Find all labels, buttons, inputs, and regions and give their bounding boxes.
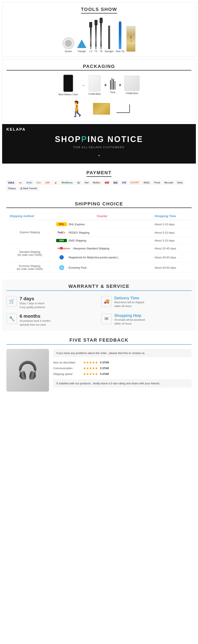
tape-gold-img: [93, 103, 110, 115]
pay-mastercard-icon: ●●: [17, 181, 23, 185]
pay-amex-icon: AmEx: [25, 181, 34, 185]
registered-row: 🔵 Registered Air Mail(china post/e packe…: [53, 252, 151, 262]
shipping-table-header-row: Shipping method Courier Shopping Time: [6, 212, 192, 220]
triangle-label: Triangle: [78, 50, 86, 52]
feedback-content: 🎧 if you have any problems about the ord…: [6, 349, 192, 392]
item-stars: ★★★★★: [83, 360, 98, 364]
spudger-label: Spudger: [105, 50, 114, 52]
ems-logo: EMS: [56, 239, 67, 242]
tool-12: 1.2: [89, 22, 93, 52]
feedback-row-item: Item as described : ★★★★★ 5 STAR: [53, 360, 192, 364]
plus1: +: [104, 82, 107, 88]
payment-icons-container: VISA ●● AmEx Disc QIW 💰 WebMoney Ep Нал …: [6, 180, 192, 190]
shopping-help-title: Shopping Help: [114, 314, 145, 318]
feedback-row-item: Communication : ★★★★★ 5 STAR: [53, 366, 192, 370]
months-number: 6 months: [20, 314, 50, 319]
notice-title-part1: SHOP: [55, 135, 81, 144]
table-row: Express Shipping DHL DHL Express About 3…: [6, 220, 192, 228]
pkg-corner-arrow: [116, 104, 130, 113]
feedback-closing: If satisfied with our products , kindly …: [53, 379, 192, 388]
months-desc: All products have 6 monthswarranty from …: [20, 319, 50, 327]
pay-wallet-icon: 💰: [52, 181, 59, 185]
col-courier: Courier: [53, 212, 151, 220]
days-desc: Enjoy 7 days to returnif any quality pro…: [20, 302, 45, 309]
email-icon: ✉: [101, 314, 112, 324]
economy-method-cell: Economy Shipping(for order under USD5): [6, 262, 53, 273]
shopping-notice-section: KELAPA SHOPPING NOTICE FOR ALL KELAPA CU…: [2, 124, 196, 164]
shipping-title: SHIPPING CHOICE: [6, 201, 192, 208]
pay-mercado-icon: Mercado: [163, 181, 175, 185]
notice-main-title: SHOPPING NOTICE: [6, 135, 192, 144]
tools-show-section: TOOLS SHOW Sucker Triangle 1.2: [2, 2, 196, 57]
pkg-phone: Back Battery Case: [59, 75, 78, 96]
warranty-help-text: Shopping Help All emails will be answere…: [114, 314, 145, 326]
tool-sucker: Sucker: [63, 37, 74, 52]
dhl-logo: DHL: [56, 222, 67, 226]
tool-t6-label: T6: [100, 50, 102, 52]
warranty-title: WARRANTY & SERVICE: [6, 284, 192, 291]
warranty-6months-text: 6 months All products have 6 monthswarra…: [20, 314, 50, 327]
pay-privat-icon: Privat: [153, 181, 162, 185]
glue-tip-label: Glue Tip: [116, 50, 124, 52]
shipping-badge: 5 STAR: [100, 372, 109, 376]
fedex-row: FedEx FEDEX Shipping: [53, 228, 151, 237]
shipping-table: Shipping method Courier Shopping Time Ex…: [6, 212, 192, 273]
shipping-speed-label: Shipping speed :: [53, 372, 81, 376]
payment-section: PAYMENT VISA ●● AmEx Disc QIW 💰 WebMoney…: [2, 166, 196, 195]
pay-mobile-icon: Мобил.: [92, 181, 102, 185]
fedex-name: FEDEX Shipping: [69, 231, 90, 234]
pay-discover-icon: Disc: [35, 181, 43, 185]
warranty-7days-text: 7 days Enjoy 7 days to returnif any qual…: [20, 296, 45, 309]
plus2: +: [119, 82, 121, 88]
dhl-name: DHL Express: [69, 223, 85, 226]
tools-title: TOOLS SHOW: [81, 6, 117, 14]
col-method: Shipping method: [6, 212, 53, 220]
tool-tape: 200 TP: [126, 26, 135, 52]
payment-title: PAYMENT: [87, 170, 111, 177]
ali-time: About 20-45 days: [151, 244, 192, 252]
tool-glue-tip: Glue Tip: [116, 21, 124, 52]
wrench-icon: 🔧: [6, 314, 17, 324]
warranty-delivery-text: Delivery Time Most items will be shipped…: [114, 296, 144, 308]
shipping-stars: ★★★★★: [83, 372, 98, 376]
pkg-foam-img: [89, 76, 100, 92]
pkg-box-label: FOAM BOX: [126, 92, 138, 94]
pay-confirm-icon: 確認: [112, 180, 119, 185]
pkg-foam-label: FOAM BAG: [89, 93, 101, 95]
feedback-title: FIVE STAR FEEDBACK: [6, 337, 192, 345]
ems-row: EMS EMS Shipping: [53, 237, 151, 244]
tool-t5: T5: [95, 20, 98, 52]
packaging-title: PACKAGING: [6, 64, 192, 70]
pkg-arrow1: →: [81, 83, 85, 88]
item-described-label: Item as described :: [53, 361, 81, 364]
un-time: About 40-60 days: [151, 262, 192, 273]
registered-name: Registered Air Mail(china post/e packet …: [69, 256, 118, 259]
cart-icon: 🛒: [6, 296, 17, 307]
warranty-shopping-help: ✉ Shopping Help All emails will be answe…: [101, 314, 192, 327]
packaging-row1: Back Battery Case → FOAM BAG + Tools + F…: [6, 75, 192, 96]
notice-subtitle: FOR ALL KELAPA CUSTOMERS: [6, 146, 192, 149]
pay-sofort-icon: SOFORT: [129, 181, 141, 185]
un-row: 🌐 Economy Post: [53, 262, 151, 273]
packaging-section: PACKAGING Back Battery Case → FOAM BAG +…: [2, 59, 196, 122]
delivery-desc: Most items will be shippedwithin 48 hour…: [114, 300, 144, 308]
pkg-tools-label: Tools: [110, 91, 116, 94]
tool-triangle: Triangle: [77, 38, 87, 52]
truck-icon: 🚚: [101, 296, 112, 307]
feedback-section: FIVE STAR FEEDBACK 🎧 if you have any pro…: [2, 333, 196, 396]
pkg-phone-img: [63, 75, 73, 92]
fedex-logo: FedEx: [56, 230, 67, 234]
standard-method-cell: Standard Shipping(for order over USD5): [6, 244, 53, 262]
table-row: Standard Shipping(for order over USD5) A…: [6, 244, 192, 252]
feedback-quote: if you have any problems about the order…: [53, 349, 192, 357]
feedback-right-panel: if you have any problems about the order…: [53, 349, 192, 392]
packaging-row2: 🚶: [6, 100, 192, 118]
pkg-foam-bag: FOAM BAG: [89, 76, 101, 95]
ems-time: About 3-10 days: [151, 237, 192, 244]
delivery-title: Delivery Time: [114, 296, 144, 300]
fedex-time: About 3-10 days: [151, 228, 192, 237]
tool-t5-label: T5: [95, 50, 97, 52]
warranty-7days: 🛒 7 days Enjoy 7 days to returnif any qu…: [6, 296, 97, 309]
un-logo: 🌐: [56, 264, 67, 270]
registered-logo: 🔵: [56, 254, 67, 260]
